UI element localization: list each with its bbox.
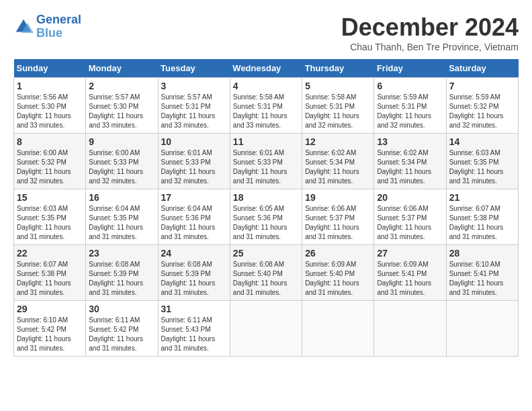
calendar-cell: [302, 301, 374, 357]
day-number: 31: [161, 304, 227, 314]
day-number: 19: [305, 192, 371, 203]
calendar-cell: 24Sunrise: 6:08 AM Sunset: 5:39 PM Dayli…: [158, 245, 230, 301]
calendar-cell: 2Sunrise: 5:57 AM Sunset: 5:30 PM Daylig…: [86, 78, 158, 134]
calendar-cell: 23Sunrise: 6:08 AM Sunset: 5:39 PM Dayli…: [86, 245, 158, 301]
day-number: 30: [89, 304, 154, 314]
calendar-cell: 6Sunrise: 5:59 AM Sunset: 5:31 PM Daylig…: [374, 78, 446, 134]
day-info: Sunrise: 5:58 AM Sunset: 5:31 PM Dayligh…: [233, 93, 299, 130]
day-number: 15: [17, 192, 83, 203]
day-number: 24: [161, 248, 227, 259]
calendar-cell: 12Sunrise: 6:02 AM Sunset: 5:34 PM Dayli…: [302, 134, 374, 189]
calendar-cell: 19Sunrise: 6:06 AM Sunset: 5:37 PM Dayli…: [302, 189, 374, 245]
calendar-cell: 17Sunrise: 6:04 AM Sunset: 5:36 PM Dayli…: [158, 189, 230, 245]
weekday-header: Wednesday: [230, 59, 302, 78]
calendar-cell: 5Sunrise: 5:58 AM Sunset: 5:31 PM Daylig…: [302, 78, 374, 134]
day-info: Sunrise: 6:09 AM Sunset: 5:41 PM Dayligh…: [377, 260, 443, 298]
weekday-header: Monday: [86, 59, 158, 78]
calendar-week-row: 22Sunrise: 6:07 AM Sunset: 5:38 PM Dayli…: [14, 245, 519, 301]
calendar-cell: 15Sunrise: 6:03 AM Sunset: 5:35 PM Dayli…: [14, 189, 86, 245]
calendar-cell: 18Sunrise: 6:05 AM Sunset: 5:36 PM Dayli…: [230, 189, 302, 245]
calendar-cell: 10Sunrise: 6:01 AM Sunset: 5:33 PM Dayli…: [158, 134, 230, 189]
logo-text: General Blue: [36, 13, 81, 40]
day-number: 29: [17, 304, 83, 314]
calendar-cell: 4Sunrise: 5:58 AM Sunset: 5:31 PM Daylig…: [230, 78, 302, 134]
day-info: Sunrise: 6:10 AM Sunset: 5:41 PM Dayligh…: [449, 260, 515, 298]
calendar-cell: 30Sunrise: 6:11 AM Sunset: 5:42 PM Dayli…: [86, 301, 158, 357]
calendar-cell: 27Sunrise: 6:09 AM Sunset: 5:41 PM Dayli…: [374, 245, 446, 301]
calendar-week-row: 29Sunrise: 6:10 AM Sunset: 5:42 PM Dayli…: [14, 301, 519, 357]
day-number: 16: [89, 192, 154, 203]
day-number: 20: [377, 192, 443, 203]
day-info: Sunrise: 6:07 AM Sunset: 5:38 PM Dayligh…: [449, 204, 515, 242]
day-number: 14: [449, 136, 515, 147]
day-info: Sunrise: 6:11 AM Sunset: 5:42 PM Dayligh…: [89, 316, 154, 353]
day-info: Sunrise: 6:04 AM Sunset: 5:35 PM Dayligh…: [89, 204, 154, 242]
day-number: 28: [449, 248, 515, 259]
day-number: 6: [377, 81, 443, 91]
day-info: Sunrise: 5:59 AM Sunset: 5:31 PM Dayligh…: [377, 93, 443, 130]
day-number: 18: [233, 192, 299, 203]
weekday-header: Thursday: [302, 59, 374, 78]
weekday-header: Friday: [374, 59, 446, 78]
calendar-cell: 3Sunrise: 5:57 AM Sunset: 5:31 PM Daylig…: [158, 78, 230, 134]
calendar-cell: [446, 301, 518, 357]
day-info: Sunrise: 6:04 AM Sunset: 5:36 PM Dayligh…: [161, 204, 227, 242]
day-number: 3: [161, 81, 227, 91]
calendar-cell: 28Sunrise: 6:10 AM Sunset: 5:41 PM Dayli…: [446, 245, 518, 301]
day-number: 13: [377, 136, 443, 147]
logo: General Blue: [13, 13, 81, 40]
day-number: 4: [233, 81, 299, 91]
calendar-table: SundayMondayTuesdayWednesdayThursdayFrid…: [13, 59, 519, 357]
calendar-cell: 8Sunrise: 6:00 AM Sunset: 5:32 PM Daylig…: [14, 134, 86, 189]
calendar-cell: 25Sunrise: 6:08 AM Sunset: 5:40 PM Dayli…: [230, 245, 302, 301]
day-number: 7: [449, 81, 515, 91]
calendar-cell: 16Sunrise: 6:04 AM Sunset: 5:35 PM Dayli…: [86, 189, 158, 245]
day-number: 21: [449, 192, 515, 203]
day-info: Sunrise: 6:00 AM Sunset: 5:32 PM Dayligh…: [17, 148, 83, 186]
day-number: 8: [17, 136, 83, 147]
calendar-week-row: 8Sunrise: 6:00 AM Sunset: 5:32 PM Daylig…: [14, 134, 519, 189]
calendar-cell: 9Sunrise: 6:00 AM Sunset: 5:33 PM Daylig…: [86, 134, 158, 189]
day-number: 12: [305, 136, 371, 147]
day-info: Sunrise: 5:56 AM Sunset: 5:30 PM Dayligh…: [17, 93, 83, 130]
weekday-header-row: SundayMondayTuesdayWednesdayThursdayFrid…: [14, 59, 519, 78]
day-info: Sunrise: 6:02 AM Sunset: 5:34 PM Dayligh…: [305, 148, 371, 186]
calendar-cell: 21Sunrise: 6:07 AM Sunset: 5:38 PM Dayli…: [446, 189, 518, 245]
day-number: 10: [161, 136, 227, 147]
calendar-cell: 22Sunrise: 6:07 AM Sunset: 5:38 PM Dayli…: [14, 245, 86, 301]
day-info: Sunrise: 6:01 AM Sunset: 5:33 PM Dayligh…: [233, 148, 299, 186]
day-info: Sunrise: 6:06 AM Sunset: 5:37 PM Dayligh…: [305, 204, 371, 242]
weekday-header: Tuesday: [158, 59, 230, 78]
day-number: 11: [233, 136, 299, 147]
day-info: Sunrise: 6:05 AM Sunset: 5:36 PM Dayligh…: [233, 204, 299, 242]
day-info: Sunrise: 5:59 AM Sunset: 5:32 PM Dayligh…: [449, 93, 515, 130]
calendar-cell: 31Sunrise: 6:11 AM Sunset: 5:43 PM Dayli…: [158, 301, 230, 357]
day-number: 9: [89, 136, 154, 147]
calendar-cell: [230, 301, 302, 357]
calendar-cell: 7Sunrise: 5:59 AM Sunset: 5:32 PM Daylig…: [446, 78, 518, 134]
calendar-cell: 11Sunrise: 6:01 AM Sunset: 5:33 PM Dayli…: [230, 134, 302, 189]
weekday-header: Saturday: [446, 59, 518, 78]
day-info: Sunrise: 6:08 AM Sunset: 5:39 PM Dayligh…: [89, 260, 154, 298]
month-title: December 2024: [341, 13, 519, 42]
calendar-cell: 1Sunrise: 5:56 AM Sunset: 5:30 PM Daylig…: [14, 78, 86, 134]
day-number: 22: [17, 248, 83, 259]
location: Chau Thanh, Ben Tre Province, Vietnam: [341, 42, 519, 52]
day-info: Sunrise: 6:06 AM Sunset: 5:37 PM Dayligh…: [377, 204, 443, 242]
day-number: 26: [305, 248, 371, 259]
day-info: Sunrise: 6:01 AM Sunset: 5:33 PM Dayligh…: [161, 148, 227, 186]
day-number: 17: [161, 192, 227, 203]
calendar-cell: 20Sunrise: 6:06 AM Sunset: 5:37 PM Dayli…: [374, 189, 446, 245]
title-block: December 2024 Chau Thanh, Ben Tre Provin…: [341, 13, 519, 52]
day-info: Sunrise: 6:08 AM Sunset: 5:40 PM Dayligh…: [233, 260, 299, 298]
calendar-cell: 26Sunrise: 6:09 AM Sunset: 5:40 PM Dayli…: [302, 245, 374, 301]
day-info: Sunrise: 6:00 AM Sunset: 5:33 PM Dayligh…: [89, 148, 154, 186]
day-info: Sunrise: 6:11 AM Sunset: 5:43 PM Dayligh…: [161, 316, 227, 353]
calendar-week-row: 1Sunrise: 5:56 AM Sunset: 5:30 PM Daylig…: [14, 78, 519, 134]
day-number: 5: [305, 81, 371, 91]
day-info: Sunrise: 6:08 AM Sunset: 5:39 PM Dayligh…: [161, 260, 227, 298]
day-number: 2: [89, 81, 154, 91]
day-info: Sunrise: 6:02 AM Sunset: 5:34 PM Dayligh…: [377, 148, 443, 186]
calendar-cell: 29Sunrise: 6:10 AM Sunset: 5:42 PM Dayli…: [14, 301, 86, 357]
calendar-cell: [374, 301, 446, 357]
